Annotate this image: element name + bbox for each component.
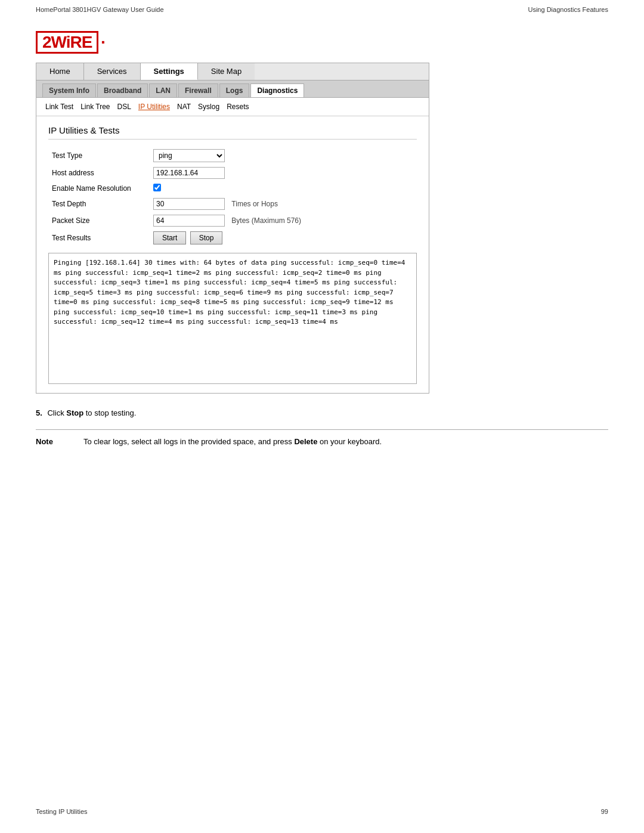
packet-size-hint: Bytes (Maximum 576) <box>231 216 301 225</box>
note-text: To clear logs, select all logs in the pr… <box>83 437 608 446</box>
stop-button[interactable]: Stop <box>190 231 223 244</box>
step-number: 5. <box>36 408 42 417</box>
test-depth-hint: Times or Hops <box>231 200 278 208</box>
start-button[interactable]: Start <box>153 231 186 244</box>
tab-lan[interactable]: LAN <box>149 83 177 97</box>
sub-nav: Link Test Link Tree DSL IP Utilities NAT… <box>36 98 429 116</box>
page-footer: Testing IP Utilities 99 <box>0 802 644 821</box>
packet-size-row: Packet Size Bytes (Maximum 576) <box>48 212 417 229</box>
tab-services[interactable]: Services <box>84 63 141 80</box>
tab-diagnostics[interactable]: Diagnostics <box>250 83 304 97</box>
main-content: 2WiRE · Home Services Settings Site Map … <box>0 19 644 458</box>
subnav-link-tree[interactable]: Link Tree <box>80 103 110 111</box>
note-bold: Delete <box>294 437 317 446</box>
header-left: HomePortal 3801HGV Gateway User Guide <box>36 6 164 13</box>
host-address-row: Host address <box>48 165 417 181</box>
subnav-syslog[interactable]: Syslog <box>198 103 219 111</box>
test-type-label: Test Type <box>48 147 150 165</box>
tab-system-info[interactable]: System Info <box>42 83 96 97</box>
inner-panel: System Info Broadband LAN Firewall Logs … <box>36 80 429 394</box>
enable-name-res-label: Enable Name Resolution <box>48 181 150 196</box>
instruction-bold: Stop <box>66 408 83 417</box>
inner-nav: System Info Broadband LAN Firewall Logs … <box>36 80 429 98</box>
footer-left: Testing IP Utilities <box>36 808 88 815</box>
note-block: Note To clear logs, select all logs in t… <box>36 429 608 446</box>
test-type-select[interactable]: ping traceroute <box>153 149 225 162</box>
logo: 2WiRE <box>36 31 98 54</box>
subnav-resets[interactable]: Resets <box>227 103 249 111</box>
logo-area: 2WiRE · <box>36 31 608 54</box>
outer-nav: Home Services Settings Site Map <box>36 63 429 80</box>
packet-size-input[interactable] <box>153 215 225 227</box>
subnav-link-test[interactable]: Link Test <box>45 103 73 111</box>
test-type-row: Test Type ping traceroute <box>48 147 417 165</box>
packet-size-label: Packet Size <box>48 212 150 229</box>
host-address-input[interactable] <box>153 167 225 179</box>
section-title: IP Utilities & Tests <box>48 125 417 140</box>
subnav-nat[interactable]: NAT <box>177 103 191 111</box>
note-label: Note <box>36 437 72 446</box>
test-depth-input[interactable] <box>153 198 225 210</box>
tab-logs[interactable]: Logs <box>219 83 250 97</box>
content-area: IP Utilities & Tests Test Type ping trac… <box>36 116 429 393</box>
tab-firewall[interactable]: Firewall <box>178 83 218 97</box>
logo-dot: · <box>101 33 106 51</box>
footer-right: 99 <box>601 808 608 815</box>
test-results-row: Test Results Start Stop <box>48 229 417 247</box>
test-depth-label: Test Depth <box>48 196 150 212</box>
instruction-text-before: Click <box>47 408 66 417</box>
enable-name-res-row: Enable Name Resolution <box>48 181 417 196</box>
page-header: HomePortal 3801HGV Gateway User Guide Us… <box>0 0 644 19</box>
tab-broadband[interactable]: Broadband <box>97 83 148 97</box>
tab-home[interactable]: Home <box>36 63 84 80</box>
test-results-label: Test Results <box>48 229 150 247</box>
note-text-after: on your keyboard. <box>317 437 382 446</box>
subnav-ip-utilities[interactable]: IP Utilities <box>138 103 170 111</box>
note-text-before: To clear logs, select all logs in the pr… <box>83 437 294 446</box>
enable-name-res-checkbox[interactable] <box>153 184 161 191</box>
test-depth-row: Test Depth Times or Hops <box>48 196 417 212</box>
subnav-dsl[interactable]: DSL <box>117 103 131 111</box>
host-address-label: Host address <box>48 165 150 181</box>
instruction-text-after: to stop testing. <box>83 408 136 417</box>
header-right: Using Diagnostics Features <box>528 6 608 13</box>
results-area[interactable]: Pinging [192.168.1.64] 30 times with: 64… <box>48 253 417 384</box>
tab-settings[interactable]: Settings <box>141 63 198 80</box>
tab-sitemap[interactable]: Site Map <box>198 63 255 80</box>
instruction-block: 5. Click Stop to stop testing. <box>36 408 608 417</box>
form-table: Test Type ping traceroute Host address <box>48 147 417 247</box>
